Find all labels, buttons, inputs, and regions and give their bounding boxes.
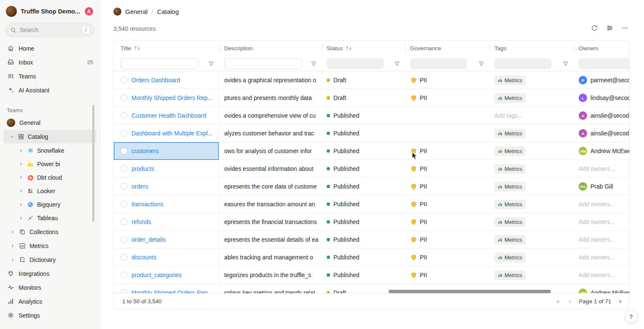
status-cell[interactable]: Published — [322, 213, 405, 231]
title-filter-input[interactable] — [121, 58, 199, 69]
resource-title-link[interactable]: transactions — [131, 201, 163, 208]
description-cell[interactable]: epresents the financial transactions — [219, 213, 322, 231]
sidebar-item-ai-assistant[interactable]: AI Assistant — [0, 83, 100, 97]
table-row[interactable]: refunds epresents the financial transact… — [114, 213, 629, 231]
tag-badge[interactable]: Metrics — [494, 182, 526, 191]
tags-cell[interactable]: Metrics — [489, 195, 574, 213]
governance-cell[interactable] — [405, 124, 489, 142]
filter-funnel-icon[interactable] — [311, 61, 317, 67]
title-cell[interactable]: Monthly Shipped Orders Rep — [114, 284, 219, 293]
owners-cell[interactable]: AM Andrew McEwe — [574, 142, 629, 160]
title-cell[interactable]: Monthly Shipped Orders Rep... — [114, 89, 219, 107]
governance-filter-input[interactable] — [410, 58, 467, 69]
table-row[interactable]: product_categories tegorizes products in… — [114, 266, 629, 284]
sidebar-item-looker[interactable]: Looker — [0, 184, 100, 198]
chevron-right-icon[interactable] — [19, 216, 24, 221]
sidebar-item-catalog[interactable]: Catalog — [3, 130, 97, 143]
title-cell[interactable]: order_details — [114, 231, 219, 248]
status-cell[interactable]: Published — [322, 107, 405, 124]
chevron-right-icon[interactable] — [10, 243, 15, 248]
description-cell[interactable]: ovides a comprehensive view of cu — [219, 107, 322, 124]
tag-badge[interactable]: Metrics — [494, 253, 526, 262]
row-checkbox[interactable] — [121, 183, 127, 190]
row-checkbox[interactable] — [121, 289, 127, 293]
add-owners-placeholder[interactable]: Add owners... — [579, 165, 615, 172]
column-header-title[interactable]: Title ↑↓ — [114, 40, 219, 56]
sidebar-item-bigquery[interactable]: Bigquery — [0, 198, 100, 211]
table-row[interactable]: order_details epresents the essential de… — [114, 231, 629, 248]
table-row[interactable]: transactions easures the transaction amo… — [114, 195, 629, 213]
owners-cell[interactable]: Add owners... — [574, 213, 629, 231]
table-row[interactable]: Dashboard with Multiple Expl... alyzes c… — [114, 124, 629, 142]
tag-badge[interactable]: Metrics — [494, 129, 526, 138]
description-cell[interactable]: tegorizes products in the truffle_s — [219, 266, 322, 284]
status-cell[interactable]: Published — [322, 195, 405, 213]
description-filter-input[interactable] — [224, 58, 302, 69]
row-checkbox[interactable] — [121, 130, 127, 137]
filter-funnel-icon[interactable] — [208, 61, 214, 67]
resource-title-link[interactable]: Monthly Shipped Orders Rep — [131, 289, 208, 293]
governance-cell[interactable]: PII — [405, 195, 489, 213]
status-cell[interactable]: Published — [322, 248, 405, 266]
owners-cell[interactable]: Add owners... — [574, 160, 629, 178]
resource-title-link[interactable]: products — [131, 165, 154, 172]
tag-badge[interactable]: Metrics — [494, 146, 526, 156]
sidebar-item-monitors[interactable]: Monitors — [0, 280, 100, 294]
add-owners-placeholder[interactable]: Add owners... — [579, 254, 615, 261]
sidebar-item-integrations[interactable]: Integrations — [0, 267, 100, 280]
sidebar-scrollbar[interactable] — [92, 105, 94, 222]
add-tags-placeholder[interactable]: Add tags... — [494, 112, 523, 119]
status-cell[interactable]: Published — [322, 178, 405, 195]
title-cell[interactable]: Orders Dashboard — [114, 71, 219, 89]
view-settings-button[interactable] — [603, 23, 616, 35]
sidebar-team-general[interactable]: General — [0, 116, 100, 129]
table-row[interactable]: Customer Health Dashboard ovides a compr… — [114, 107, 629, 124]
sidebar-item-home[interactable]: Home — [0, 41, 100, 55]
governance-cell[interactable]: PII — [405, 266, 489, 284]
governance-cell[interactable]: PII — [405, 142, 489, 160]
governance-cell[interactable] — [405, 107, 489, 124]
owners-cell[interactable]: PG Prab Gill — [574, 178, 629, 195]
status-cell[interactable]: Draft — [322, 89, 405, 107]
row-checkbox[interactable] — [121, 236, 127, 243]
tags-cell[interactable]: Metrics — [489, 160, 574, 178]
workspace-switcher[interactable]: Truffle Shop Demo... A — [0, 0, 100, 21]
resource-title-link[interactable]: Dashboard with Multiple Expl... — [131, 130, 212, 137]
add-owners-placeholder[interactable]: Add owners... — [579, 218, 615, 225]
owners-cell[interactable]: Add owners... — [574, 266, 629, 284]
sidebar-item-snowflake[interactable]: ❄ Snowflake — [0, 144, 100, 157]
governance-cell[interactable]: PII — [405, 248, 489, 266]
column-header-owners[interactable]: Owners — [574, 40, 630, 56]
resource-title-link[interactable]: order_details — [131, 236, 166, 243]
status-filter-input[interactable] — [327, 58, 384, 69]
row-checkbox[interactable] — [121, 112, 127, 119]
sidebar-item-teams[interactable]: Teams — [0, 69, 100, 83]
resource-title-link[interactable]: Orders Dashboard — [131, 77, 180, 84]
status-cell[interactable]: Published — [322, 160, 405, 178]
governance-cell[interactable]: PII — [405, 89, 489, 107]
sidebar-item-dictionary[interactable]: Dictionary — [0, 253, 100, 267]
status-cell[interactable]: Published — [322, 231, 405, 248]
breadcrumb-team[interactable]: General — [125, 8, 148, 15]
tags-cell[interactable]: Metrics — [489, 124, 574, 142]
column-header-status[interactable]: Status ↑↓ — [322, 40, 405, 56]
chevron-right-icon[interactable] — [19, 175, 24, 180]
tag-badge[interactable]: Metrics — [494, 164, 526, 174]
row-checkbox[interactable] — [121, 148, 127, 154]
sidebar-item-dbt-cloud[interactable]: Dbt cloud — [0, 171, 100, 184]
description-cell[interactable]: ables tracking and management o — [219, 248, 322, 266]
tags-cell[interactable]: Metrics — [489, 231, 574, 248]
governance-cell[interactable]: PII — [405, 231, 489, 248]
resource-title-link[interactable]: discounts — [131, 254, 156, 261]
status-cell[interactable]: Published — [322, 142, 405, 160]
chevron-right-icon[interactable] — [10, 257, 15, 262]
title-cell[interactable]: customers — [114, 142, 219, 160]
owners-cell[interactable]: Add owners... — [574, 248, 629, 266]
user-avatar[interactable]: A — [85, 7, 93, 16]
breadcrumb-page[interactable]: Catalog — [157, 8, 179, 15]
owners-cell[interactable]: A ainslie@secoda — [574, 107, 629, 124]
sidebar-item-tableau[interactable]: Tableau — [0, 211, 100, 225]
tags-cell[interactable]: Metrics — [489, 89, 574, 107]
description-cell[interactable]: easures the transaction amount an — [219, 195, 322, 213]
row-checkbox[interactable] — [121, 77, 127, 84]
